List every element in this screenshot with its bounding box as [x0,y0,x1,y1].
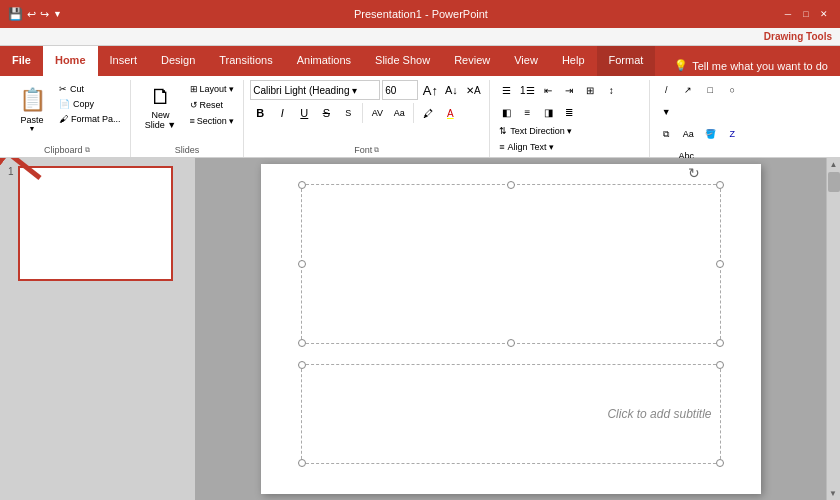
slide-canvas: ↻ Click to add subtitle [195,158,826,500]
clear-format-button[interactable]: ✕A [463,80,483,100]
slide-thumbnail[interactable] [18,166,173,281]
tab-animations[interactable]: Animations [285,46,363,76]
format-painter-button[interactable]: 🖌 Format Pa... [56,112,124,126]
tab-insert[interactable]: Insert [98,46,150,76]
align-left-button[interactable]: ◧ [496,102,516,122]
customize-icon[interactable]: ▼ [53,9,62,19]
font-family-input[interactable] [250,80,380,100]
decrease-indent-button[interactable]: ⇤ [538,80,558,100]
sub-handle-br[interactable] [716,459,724,467]
clipboard-label: Clipboard ⧉ [10,143,124,155]
close-button[interactable]: ✕ [816,6,832,22]
tab-home[interactable]: Home [43,46,98,76]
numbered-list-button[interactable]: 1☰ [517,80,537,100]
tab-slideshow[interactable]: Slide Show [363,46,442,76]
handle-bl[interactable] [298,339,306,347]
align-right-button[interactable]: ◨ [538,102,558,122]
shape-line-button[interactable]: / [656,80,676,100]
cut-button[interactable]: ✂ Cut [56,82,124,96]
handle-tr[interactable] [716,181,724,189]
undo-icon[interactable]: ↩ [27,8,36,21]
rotate-handle[interactable]: ↻ [688,165,700,177]
handle-tc[interactable] [507,181,515,189]
tab-design[interactable]: Design [149,46,207,76]
redo-icon[interactable]: ↪ [40,8,49,21]
bullets-button[interactable]: ☰ [496,80,516,100]
tab-review[interactable]: Review [442,46,502,76]
font-highlight-button[interactable]: 🖍 [418,103,438,123]
align-text-button[interactable]: ≡ Align Text ▾ [496,140,557,154]
align-center-button[interactable]: ≡ [517,102,537,122]
copy-button[interactable]: 📄 Copy [56,97,124,111]
font-group: A↑ A↓ ✕A B I U S S AV Aa 🖍 A Font ⧉ [244,80,490,157]
quick-styles-button[interactable]: Aa [678,124,698,144]
underline-button[interactable]: U [294,103,314,123]
scroll-thumb[interactable] [828,172,840,192]
italic-button[interactable]: I [272,103,292,123]
handle-mr[interactable] [716,260,724,268]
maximize-button[interactable]: □ [798,6,814,22]
sub-handle-tl[interactable] [298,361,306,369]
reset-label: Reset [200,100,224,110]
title-placeholder[interactable]: ↻ [301,184,721,344]
align-text-label: Align Text ▾ [508,142,554,152]
spacing-button[interactable]: AV [367,103,387,123]
handle-bc[interactable] [507,339,515,347]
scroll-down-button[interactable]: ▼ [826,487,840,500]
right-scrollbar[interactable]: ▲ ▼ [826,158,840,500]
reset-button[interactable]: ↺ Reset [187,98,238,112]
cut-label: Cut [70,84,84,94]
shrink-font-button[interactable]: A↓ [441,80,461,100]
handle-br[interactable] [716,339,724,347]
text-direction-button[interactable]: ⇅ Text Direction ▾ [496,124,575,138]
strikethrough-button[interactable]: S [316,103,336,123]
tell-me-bar[interactable]: 💡 Tell me what you want to do [662,55,840,76]
grow-font-button[interactable]: A↑ [420,80,440,100]
save-icon[interactable]: 💾 [8,7,23,21]
scroll-up-button[interactable]: ▲ [827,158,840,171]
section-button[interactable]: ≡ Section ▾ [187,114,238,128]
shape-arrow-button[interactable]: ↗ [678,80,698,100]
slide-page[interactable]: ↻ Click to add subtitle [261,164,761,494]
paragraph-group: ☰ 1☰ ⇤ ⇥ ⊞ ↕ ◧ ≡ ◨ ≣ ⇅ Text Direction ▾ … [490,80,650,157]
minimize-button[interactable]: ─ [780,6,796,22]
clipboard-expand-icon[interactable]: ⧉ [85,146,90,154]
handle-tl[interactable] [298,181,306,189]
clipboard-small-buttons: ✂ Cut 📄 Copy 🖌 Format Pa... [56,80,124,126]
copy-label: Copy [73,99,94,109]
sub-handle-tr[interactable] [716,361,724,369]
fill-color-button[interactable]: 🪣 [700,124,720,144]
para-row-1: ☰ 1☰ ⇤ ⇥ ⊞ ↕ [496,80,621,100]
arrange-button[interactable]: ⧉ [656,124,676,144]
svg-line-1 [0,158,40,178]
shape-oval-button[interactable]: ○ [722,80,742,100]
handle-ml[interactable] [298,260,306,268]
tab-file[interactable]: File [0,46,43,76]
paste-button[interactable]: 📋 Paste ▼ [10,80,54,138]
new-slide-button[interactable]: 🗋 NewSlide ▼ [137,80,185,138]
shape-more-button[interactable]: ▼ [656,102,676,122]
increase-indent-button[interactable]: ⇥ [559,80,579,100]
layout-button[interactable]: ⊞ Layout ▾ [187,82,238,96]
subtitle-placeholder[interactable]: Click to add subtitle [301,364,721,464]
line-spacing-button[interactable]: ↕ [601,80,621,100]
sub-handle-bl[interactable] [298,459,306,467]
format-painter-label: Format Pa... [71,114,121,124]
tab-format[interactable]: Format [597,46,656,76]
slides-small-buttons: ⊞ Layout ▾ ↺ Reset ≡ Section ▾ [187,80,238,128]
justify-button[interactable]: ≣ [559,102,579,122]
tab-view[interactable]: View [502,46,550,76]
tab-help[interactable]: Help [550,46,597,76]
bold-button[interactable]: B [250,103,270,123]
shape-rect-button[interactable]: □ [700,80,720,100]
line-color-button[interactable]: Z [722,124,742,144]
shadow-button[interactable]: S [338,103,358,123]
tab-transitions[interactable]: Transitions [207,46,284,76]
smartart-col-button[interactable]: ⊞ [580,80,600,100]
font-size-input[interactable] [382,80,418,100]
slide-number: 1 [8,166,14,177]
font-color-button[interactable]: A [440,103,460,123]
change-case-button[interactable]: Aa [389,103,409,123]
font-row-1: A↑ A↓ ✕A [250,80,483,100]
font-expand-icon[interactable]: ⧉ [374,146,379,154]
